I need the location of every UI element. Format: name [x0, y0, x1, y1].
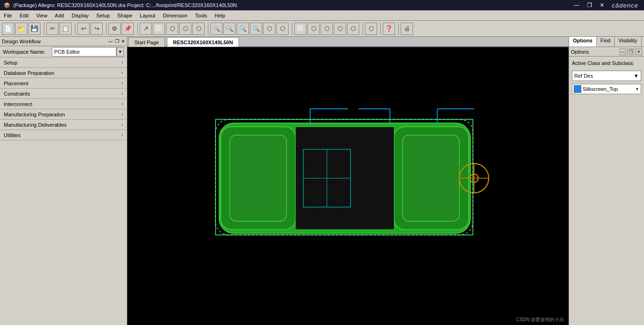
- workflow-item-2[interactable]: Placement›: [0, 78, 127, 89]
- workflow-item-label: Manufacturing Deliverables: [4, 122, 66, 128]
- menu-bar: FileEditViewAddDisplaySetupShapeLayoutDi…: [0, 10, 644, 21]
- toolbar-button-32[interactable]: ⬡: [365, 23, 377, 35]
- active-class-label: Active Class and Subclass:: [572, 60, 641, 66]
- toolbar-button-21[interactable]: 🔍: [237, 23, 249, 35]
- toolbar-button-11[interactable]: 📌: [122, 23, 134, 35]
- workflow-item-5[interactable]: Manufacturing Preparation›: [0, 109, 127, 120]
- canvas-area: Start PageRESC320X160X140L50N: [127, 37, 569, 325]
- subclass-value: Silkscreen_Top: [583, 86, 635, 92]
- toolbar-button-10[interactable]: ⚙: [108, 23, 121, 35]
- workspace-row: Workspace Name: PCB Editor ▼: [0, 46, 127, 57]
- workflow-item-arrow: ›: [122, 81, 123, 86]
- workflow-item-6[interactable]: Manufacturing Deliverables›: [0, 120, 127, 130]
- right-tab-options[interactable]: Options: [569, 37, 597, 47]
- workflow-item-3[interactable]: Constraints›: [0, 89, 127, 99]
- toolbar-button-34[interactable]: ❓: [383, 23, 395, 35]
- workflow-item-arrow: ›: [122, 70, 123, 75]
- right-panel-tabs: OptionsFindVisibility: [569, 37, 644, 47]
- toolbar-button-28[interactable]: ⬡: [321, 23, 333, 35]
- toolbar-button-14[interactable]: ⬜: [153, 23, 165, 35]
- workflow-header-controls[interactable]: — ❐ ✕: [108, 39, 125, 44]
- toolbar-button-22[interactable]: 🔍: [250, 23, 262, 35]
- toolbar-separator: [361, 23, 363, 35]
- menu-item-dimension[interactable]: Dimension: [159, 12, 191, 19]
- right-panel: OptionsFindVisibility Options — ❐ ✕ Acti…: [569, 37, 644, 325]
- workflow-item-7[interactable]: Utilities›: [0, 130, 127, 140]
- toolbar-button-1[interactable]: 📂: [15, 23, 27, 35]
- workflow-restore-btn[interactable]: ❐: [115, 39, 119, 44]
- toolbar-button-26[interactable]: ⬜: [294, 23, 306, 35]
- options-panel-controls[interactable]: — ❐ ✕: [619, 49, 642, 55]
- toolbar: 📄📂💾✂📋↩↪⚙📌↗⬜⬡⬡⬡🔍🔍🔍🔍⬡⬡⬜⬡⬡⬡⬡⬡❓🖨: [0, 21, 644, 37]
- workflow-item-label: Database Preparation: [4, 70, 54, 76]
- toolbar-button-13[interactable]: ↗: [140, 23, 152, 35]
- menu-item-view[interactable]: View: [33, 12, 51, 19]
- toolbar-button-19[interactable]: 🔍: [210, 23, 223, 35]
- toolbar-separator: [206, 23, 208, 35]
- workflow-minimize-btn[interactable]: —: [108, 39, 113, 44]
- workflow-items-list: Setup›Database Preparation›Placement›Con…: [0, 57, 127, 140]
- svg-rect-14: [403, 135, 459, 221]
- window-title: (Package) Allegro: RESC320X160X140L50N.d…: [13, 2, 237, 8]
- tab-1[interactable]: RESC320X160X140L50N: [167, 37, 239, 47]
- title-bar-controls[interactable]: — ❐ ✕ cādence: [572, 2, 640, 9]
- close-button[interactable]: ✕: [598, 2, 606, 9]
- tabs-bar: Start PageRESC320X160X140L50N: [127, 37, 569, 47]
- menu-item-help[interactable]: Help: [211, 12, 229, 19]
- right-tab-visibility[interactable]: Visibility: [615, 37, 642, 47]
- toolbar-button-17[interactable]: ⬡: [192, 23, 205, 35]
- menu-item-tools[interactable]: Tools: [191, 12, 211, 19]
- toolbar-button-23[interactable]: ⬡: [263, 23, 275, 35]
- toolbar-separator: [397, 23, 399, 35]
- options-restore-btn[interactable]: ❐: [627, 49, 634, 55]
- tab-0[interactable]: Start Page: [128, 37, 165, 47]
- menu-item-display[interactable]: Display: [68, 12, 92, 19]
- restore-button[interactable]: ❐: [585, 2, 594, 9]
- canvas-view[interactable]: CSDN @爱发明的小兴: [127, 47, 569, 325]
- toolbar-button-29[interactable]: ⬡: [334, 23, 346, 35]
- menu-item-setup[interactable]: Setup: [92, 12, 114, 19]
- minimize-button[interactable]: —: [572, 2, 581, 9]
- toolbar-button-7[interactable]: ↩: [77, 23, 90, 35]
- workflow-item-1[interactable]: Database Preparation›: [0, 68, 127, 78]
- toolbar-button-2[interactable]: 💾: [28, 23, 41, 35]
- left-panel: Design Workflow — ❐ ✕ Workspace Name: PC…: [0, 37, 127, 325]
- workflow-item-0[interactable]: Setup›: [0, 57, 127, 68]
- toolbar-button-24[interactable]: ⬡: [276, 23, 289, 35]
- refdes-dropdown[interactable]: Ref Des ▼: [572, 71, 641, 81]
- options-minimize-btn[interactable]: —: [619, 49, 626, 55]
- toolbar-separator: [379, 23, 381, 35]
- workspace-select[interactable]: PCB Editor: [52, 47, 116, 57]
- menu-item-file[interactable]: File: [0, 12, 16, 19]
- workspace-dropdown-arrow[interactable]: ▼: [116, 47, 124, 57]
- toolbar-button-20[interactable]: 🔍: [223, 23, 236, 35]
- toolbar-button-0[interactable]: 📄: [2, 23, 14, 35]
- toolbar-button-16[interactable]: ⬡: [179, 23, 191, 35]
- menu-item-edit[interactable]: Edit: [16, 12, 33, 19]
- toolbar-button-36[interactable]: 🖨: [401, 23, 413, 35]
- app-icon: 📦: [4, 2, 10, 8]
- right-tab-find[interactable]: Find: [597, 37, 615, 47]
- subclass-color-swatch: [574, 85, 581, 93]
- toolbar-separator: [42, 23, 44, 35]
- toolbar-button-8[interactable]: ↪: [91, 23, 103, 35]
- menu-item-add[interactable]: Add: [51, 12, 68, 19]
- toolbar-separator: [74, 23, 75, 35]
- workflow-close-btn[interactable]: ✕: [121, 39, 125, 44]
- toolbar-button-15[interactable]: ⬡: [166, 23, 178, 35]
- subclass-dropdown[interactable]: Silkscreen_Top ▼: [572, 84, 641, 94]
- options-close-btn[interactable]: ✕: [636, 49, 642, 55]
- workflow-title: Design Workflow: [2, 39, 41, 44]
- workflow-item-label: Manufacturing Preparation: [4, 112, 65, 117]
- workflow-title-text: Design Workflow: [2, 39, 41, 44]
- workflow-item-4[interactable]: Interconnect›: [0, 99, 127, 109]
- options-panel-title: Options: [571, 49, 589, 55]
- toolbar-button-27[interactable]: ⬡: [307, 23, 320, 35]
- toolbar-button-5[interactable]: 📋: [59, 23, 72, 35]
- toolbar-button-30[interactable]: ⬡: [347, 23, 359, 35]
- title-bar: 📦 (Package) Allegro: RESC320X160X140L50N…: [0, 0, 644, 10]
- toolbar-button-4[interactable]: ✂: [46, 23, 58, 35]
- menu-item-layout[interactable]: Layout: [136, 12, 159, 19]
- refdes-arrow: ▼: [634, 73, 639, 79]
- menu-item-shape[interactable]: Shape: [114, 12, 136, 19]
